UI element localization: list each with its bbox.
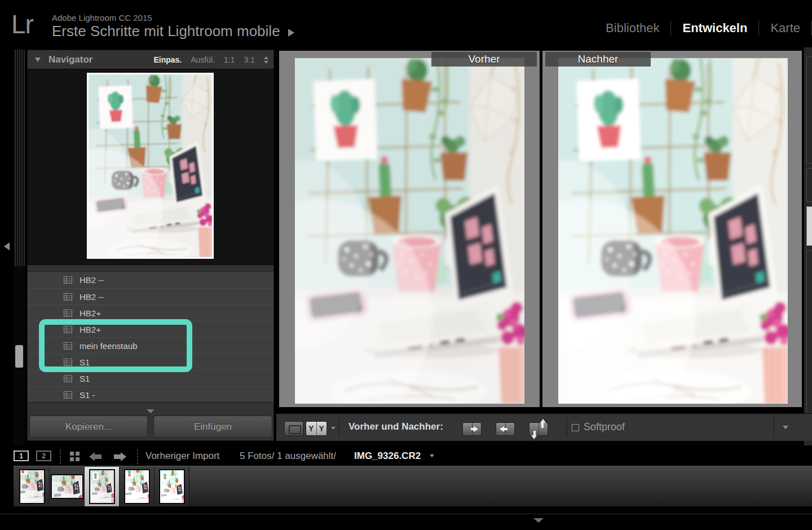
photo-thumbnail[interactable] xyxy=(19,469,45,504)
preset-row[interactable]: HB2 -- xyxy=(28,288,273,304)
right-panel-sliver xyxy=(806,168,812,202)
navigator-header[interactable]: Navigator Einpas. Ausfül. 1:1 3:1 xyxy=(27,51,274,69)
swap-arrows-icon xyxy=(541,423,544,428)
preset-icon xyxy=(64,276,72,284)
paste-button[interactable]: Einfügen xyxy=(153,416,272,438)
filmstrip-photo-1[interactable] xyxy=(15,467,50,506)
toolbar-divider xyxy=(774,417,774,438)
preset-label: mein feenstaub xyxy=(80,341,138,351)
toolbar-divider xyxy=(567,417,567,438)
filmstrip-photo-3-selected[interactable] xyxy=(85,467,120,506)
filmstrip-photo-5[interactable] xyxy=(155,467,189,506)
after-label: Nachher xyxy=(545,52,651,67)
module-entwickeln[interactable]: Entwickeln xyxy=(671,21,758,36)
preset-icon xyxy=(64,391,72,399)
zoom-fit[interactable]: Einpas. xyxy=(153,55,182,64)
left-arrow-icon xyxy=(504,428,508,430)
navigator-title: Navigator xyxy=(48,54,92,65)
monitor-2-button[interactable]: 2 ··· xyxy=(36,450,51,461)
copy-after-to-before-button[interactable] xyxy=(496,422,515,436)
identity-plate[interactable]: Erste Schritte mit Lightroom mobile xyxy=(52,23,294,40)
preset-icon xyxy=(64,326,72,333)
after-panel: Nachher xyxy=(542,51,802,407)
before-after-icon: Y xyxy=(306,422,317,435)
preset-icon xyxy=(64,310,72,317)
copy-button[interactable]: Kopieren... xyxy=(29,416,148,438)
swap-arrows-icon xyxy=(531,435,537,439)
preset-row[interactable]: S1 xyxy=(28,354,273,370)
grid-view-icon[interactable] xyxy=(70,452,80,461)
preset-label: HB2 -- xyxy=(80,275,104,285)
before-image[interactable] xyxy=(295,58,524,404)
module-picker: Bibliothek Entwickeln Karte xyxy=(594,17,812,39)
left-panel-scrollbar[interactable] xyxy=(14,266,25,445)
right-panel-edge[interactable] xyxy=(804,47,812,445)
monitor-1-button[interactable]: 1 ··· xyxy=(14,450,29,461)
loupe-view-icon xyxy=(289,425,301,434)
filmstrip xyxy=(14,466,812,506)
filmstrip-photo-4[interactable] xyxy=(120,467,155,506)
loupe-view-button[interactable] xyxy=(284,421,303,436)
toolbar-divider xyxy=(339,417,339,438)
compare-toolbar-label: Vorher und Nachher: xyxy=(348,421,443,432)
previous-photo-icon[interactable] xyxy=(89,452,102,462)
zoom-fill[interactable]: Ausfül. xyxy=(191,55,215,64)
preset-icon xyxy=(64,342,72,350)
filmstrip-filename[interactable]: IMG_9326.CR2 xyxy=(354,450,421,462)
filmstrip-photo-2[interactable] xyxy=(50,467,85,506)
zoom-1-1[interactable]: 1:1 xyxy=(224,55,235,64)
preset-row[interactable]: HB2+ xyxy=(28,321,273,337)
swap-before-after-button[interactable] xyxy=(529,422,548,436)
navigator-zoom-options: Einpas. Ausfül. 1:1 3:1 xyxy=(153,55,274,64)
left-panel-grip[interactable] xyxy=(14,50,25,266)
photo-thumbnail[interactable] xyxy=(89,469,115,504)
filmstrip-divider xyxy=(60,449,61,464)
preset-label: S1 - xyxy=(80,390,95,400)
copy-before-to-after-button[interactable] xyxy=(462,422,482,436)
app-version-text: Adobe Lightroom CC 2015 xyxy=(52,13,152,23)
collapse-navigator-icon[interactable] xyxy=(35,58,41,62)
before-after-view-button[interactable]: Y Y xyxy=(306,421,327,436)
preset-row[interactable]: HB2+ xyxy=(28,304,273,321)
photo-thumbnail[interactable] xyxy=(159,469,185,504)
photo-thumbnail[interactable] xyxy=(124,469,150,504)
zoom-ratio-selector-icon[interactable] xyxy=(264,56,268,64)
after-image[interactable] xyxy=(558,58,788,404)
collapse-left-panel-icon[interactable] xyxy=(4,242,10,250)
collapse-bottom-panel-icon[interactable] xyxy=(147,409,155,413)
swap-arrows-icon xyxy=(533,431,536,436)
lightroom-logo: Lr xyxy=(11,9,33,39)
softproof-checkbox[interactable] xyxy=(572,424,579,431)
right-panel-sliver xyxy=(806,206,812,246)
view-mode-dropdown-icon[interactable] xyxy=(331,427,336,430)
preset-label: HB2+ xyxy=(80,308,101,318)
lightroom-window: Lr Adobe Lightroom CC 2015 Erste Schritt… xyxy=(0,0,812,530)
before-after-icon: Y xyxy=(317,422,327,435)
filmstrip-source-dropdown-icon[interactable] xyxy=(430,454,434,457)
module-bibliothek[interactable]: Bibliothek xyxy=(594,21,670,36)
preset-row[interactable]: mein feenstaub xyxy=(28,337,273,354)
toolbar-options-dropdown-icon[interactable] xyxy=(783,426,788,429)
zoom-3-1[interactable]: 3:1 xyxy=(244,55,255,64)
before-label: Vorher xyxy=(431,52,537,67)
preset-row[interactable]: S1 xyxy=(28,370,273,386)
preset-row[interactable]: HB2 -- xyxy=(28,272,273,288)
before-panel: Vorher xyxy=(279,51,540,407)
filmstrip-source[interactable]: Vorheriger Import xyxy=(145,450,219,462)
softproof-label[interactable]: Softproof xyxy=(584,421,625,433)
filmstrip-count: 5 Fotos/ 1 ausgewählt/ xyxy=(240,450,336,462)
preset-row[interactable]: S1 - xyxy=(28,386,273,403)
right-panel-sliver xyxy=(806,56,812,164)
play-icon[interactable] xyxy=(288,29,294,37)
photo-thumbnail[interactable] xyxy=(51,474,83,499)
scrollbar-thumb[interactable] xyxy=(15,345,23,368)
next-photo-icon[interactable] xyxy=(114,452,126,462)
preset-label: S1 xyxy=(80,374,90,383)
preset-label: HB2+ xyxy=(80,325,101,334)
filmstrip-divider xyxy=(137,449,138,464)
monitor-dots-icon: ··· xyxy=(21,448,28,453)
show-filmstrip-toggle-icon[interactable] xyxy=(533,518,544,523)
module-karte[interactable]: Karte xyxy=(759,21,811,36)
right-arrow-icon xyxy=(471,428,475,430)
navigator-thumbnail[interactable] xyxy=(87,73,214,259)
